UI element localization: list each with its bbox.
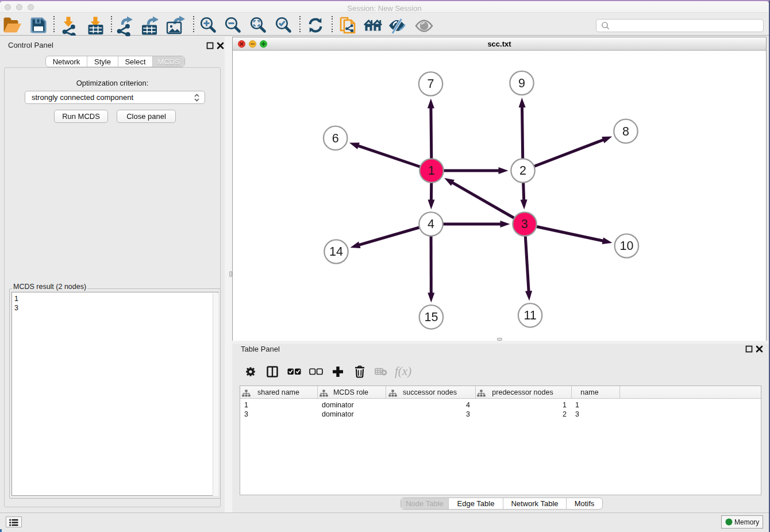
svg-text:3: 3 [521,217,528,231]
svg-text:4: 4 [428,217,434,231]
svg-text:1: 1 [428,164,435,178]
svg-text:14: 14 [329,245,343,259]
svg-text:11: 11 [523,309,536,322]
svg-text:10: 10 [619,239,633,253]
svg-text:9: 9 [518,76,525,90]
svg-text:15: 15 [424,310,438,324]
svg-text:7: 7 [428,77,434,91]
svg-text:6: 6 [332,132,339,145]
svg-text:8: 8 [622,125,629,138]
svg-text:2: 2 [519,164,526,178]
